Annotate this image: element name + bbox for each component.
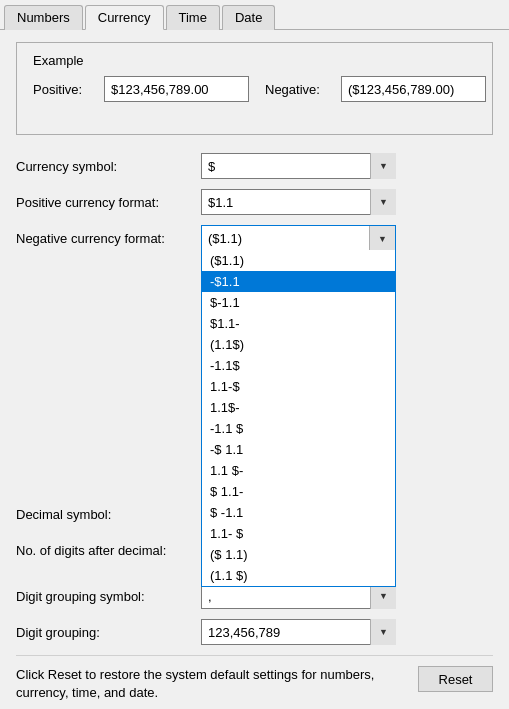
negative-format-header[interactable]: ($1.1) <box>201 225 396 251</box>
negative-format-dropdown: ($1.1) ($1.1)-$1.1$-1.1$1.1-(1.1$)-1.1$1… <box>201 225 396 251</box>
negative-format-label: Negative currency format: <box>16 231 201 246</box>
negative-format-row: Negative currency format: ($1.1) ($1.1)-… <box>16 225 493 251</box>
dropdown-item[interactable]: $-1.1 <box>202 292 395 313</box>
tab-bar: Numbers Currency Time Date <box>0 0 509 30</box>
dropdown-item[interactable]: 1.1$- <box>202 397 395 418</box>
negative-format-selected: ($1.1) <box>208 231 242 246</box>
dropdown-item[interactable]: (1.1 $) <box>202 565 395 586</box>
negative-label: Negative: <box>265 82 325 97</box>
example-group: Example Positive: Negative: <box>16 42 493 135</box>
digits-after-decimal-label: No. of digits after decimal: <box>16 543 201 558</box>
reset-button[interactable]: Reset <box>418 666 493 692</box>
main-content: Example Positive: Negative: Currency sym… <box>0 30 509 709</box>
bottom-section: Click Reset to restore the system defaul… <box>16 655 493 709</box>
negative-format-list: ($1.1)-$1.1$-1.1$1.1-(1.1$)-1.1$1.1-$1.1… <box>201 250 396 587</box>
currency-symbol-select[interactable]: $ <box>201 153 396 179</box>
example-row: Positive: Negative: <box>33 76 476 102</box>
reset-text: Click Reset to restore the system defaul… <box>16 666 406 702</box>
reset-row: Click Reset to restore the system defaul… <box>16 666 493 702</box>
dropdown-item[interactable]: 1.1 $- <box>202 460 395 481</box>
dropdown-item[interactable]: -1.1$ <box>202 355 395 376</box>
positive-format-select[interactable]: $1.1 <box>201 189 396 215</box>
dropdown-item[interactable]: -$ 1.1 <box>202 439 395 460</box>
form-section: Currency symbol: $ Positive currency for… <box>16 153 493 655</box>
positive-format-label: Positive currency format: <box>16 195 201 210</box>
dropdown-item[interactable]: $ 1.1- <box>202 481 395 502</box>
digit-grouping-select[interactable]: 123,456,789 <box>201 619 396 645</box>
positive-format-row: Positive currency format: $1.1 <box>16 189 493 215</box>
dropdown-item[interactable]: -1.1 $ <box>202 418 395 439</box>
dropdown-item[interactable]: $1.1- <box>202 313 395 334</box>
dropdown-item[interactable]: ($1.1) <box>202 250 395 271</box>
example-legend: Example <box>33 53 476 68</box>
decimal-symbol-label: Decimal symbol: <box>16 507 201 522</box>
negative-format-arrow-icon <box>369 226 395 252</box>
digit-grouping-symbol-label: Digit grouping symbol: <box>16 589 201 604</box>
currency-symbol-label: Currency symbol: <box>16 159 201 174</box>
tab-time[interactable]: Time <box>166 5 220 30</box>
tab-currency[interactable]: Currency <box>85 5 164 30</box>
positive-value-input[interactable] <box>104 76 249 102</box>
digit-grouping-select-wrapper: 123,456,789 <box>201 619 396 645</box>
tab-date[interactable]: Date <box>222 5 275 30</box>
positive-label: Positive: <box>33 82 88 97</box>
dropdown-item[interactable]: ($ 1.1) <box>202 544 395 565</box>
negative-value-input[interactable] <box>341 76 486 102</box>
currency-symbol-row: Currency symbol: $ <box>16 153 493 179</box>
dropdown-item[interactable]: 1.1-$ <box>202 376 395 397</box>
dropdown-item[interactable]: -$1.1 <box>202 271 395 292</box>
tab-numbers[interactable]: Numbers <box>4 5 83 30</box>
positive-format-select-wrapper: $1.1 <box>201 189 396 215</box>
dropdown-item[interactable]: (1.1$) <box>202 334 395 355</box>
dropdown-item[interactable]: $ -1.1 <box>202 502 395 523</box>
digit-grouping-row: Digit grouping: 123,456,789 <box>16 619 493 645</box>
digit-grouping-label: Digit grouping: <box>16 625 201 640</box>
dropdown-item[interactable]: 1.1- $ <box>202 523 395 544</box>
currency-symbol-select-wrapper: $ <box>201 153 396 179</box>
